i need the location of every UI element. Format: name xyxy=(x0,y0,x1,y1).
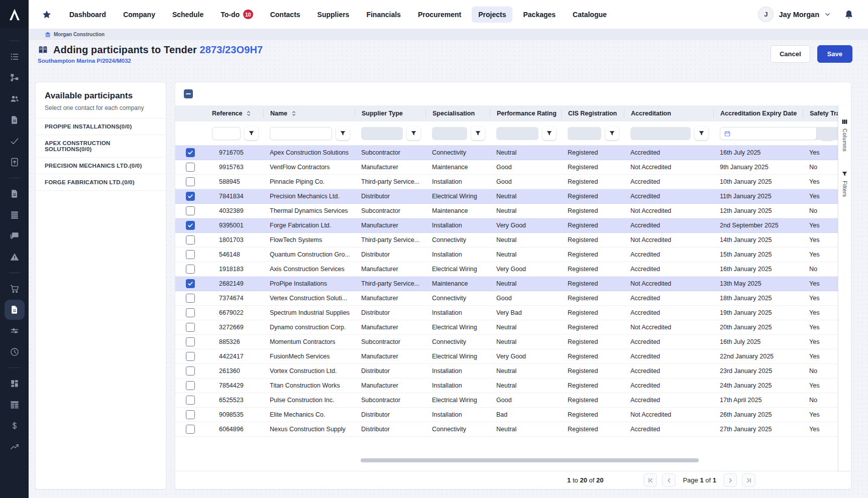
row-checkbox[interactable] xyxy=(186,279,195,288)
table-row[interactable]: 7841834Precision Mechanics Ltd.Distribut… xyxy=(175,189,839,204)
filter-date-input[interactable] xyxy=(720,127,817,140)
filter-funnel-button[interactable] xyxy=(605,127,619,140)
table-row[interactable]: 9716705Apex Construction SolutionsSubcon… xyxy=(175,146,839,160)
row-checkbox[interactable] xyxy=(186,425,195,434)
row-checkbox[interactable] xyxy=(186,221,195,230)
project-link[interactable]: Southampton Marina P/2024/M032 xyxy=(38,58,861,64)
table-row[interactable]: 9915763VentFlow ContractorsManufacturerM… xyxy=(175,160,839,175)
row-checkbox[interactable] xyxy=(186,177,195,186)
table-row[interactable]: 3272669Dynamo construction Corp.Manufact… xyxy=(175,320,839,335)
table-row[interactable]: 546148Quantum Construction Gro...Distrib… xyxy=(175,247,839,262)
row-checkbox[interactable] xyxy=(186,148,195,157)
filter-input-name[interactable] xyxy=(270,127,332,140)
table-row[interactable]: 6679022Spectrum Industrial SuppliesDistr… xyxy=(175,306,839,320)
row-checkbox[interactable] xyxy=(186,250,195,259)
row-checkbox[interactable] xyxy=(186,410,195,419)
row-checkbox[interactable] xyxy=(186,206,195,215)
row-checkbox[interactable] xyxy=(186,308,195,317)
nav-item-dashboard[interactable]: Dashboard xyxy=(63,7,113,23)
row-checkbox[interactable] xyxy=(186,396,195,405)
nav-item-company[interactable]: Company xyxy=(117,7,162,23)
sidebar-chat-icon[interactable] xyxy=(5,226,25,246)
sidebar-sliders-icon[interactable] xyxy=(5,321,25,341)
row-checkbox[interactable] xyxy=(186,235,195,244)
sort-icon[interactable] xyxy=(291,110,297,117)
column-header-performance-rating[interactable]: Performance Rating xyxy=(490,109,561,118)
participant-company-item[interactable]: PRECISION MECHANICS LTD.(0/0) xyxy=(36,157,166,174)
row-checkbox[interactable] xyxy=(186,337,195,346)
filter-funnel-button[interactable] xyxy=(542,127,556,140)
table-row[interactable]: 1918183Axis Construction ServicesManufac… xyxy=(175,262,839,277)
filter-funnel-button[interactable] xyxy=(695,127,708,140)
nav-item-financials[interactable]: Financials xyxy=(360,7,407,23)
last-page-button[interactable] xyxy=(742,473,755,487)
filter-input-reference[interactable] xyxy=(212,127,241,140)
column-header-accreditation[interactable]: Accreditation xyxy=(624,109,713,118)
participant-company-item[interactable]: APEX CONSTRUCTION SOLUTIONS(0/0) xyxy=(36,135,166,157)
filter-funnel-button[interactable] xyxy=(407,127,420,140)
cancel-button[interactable]: Cancel xyxy=(771,45,810,63)
sidebar-file-upload-icon[interactable] xyxy=(5,152,25,172)
sidebar-users-icon[interactable] xyxy=(5,89,25,109)
breadcrumb-company[interactable]: Morgan Construction xyxy=(54,32,104,37)
sidebar-data-table-icon[interactable] xyxy=(5,395,25,415)
sidebar-check-icon[interactable] xyxy=(5,131,25,151)
participant-company-item[interactable]: FORGE FABRICATION LTD.(0/0) xyxy=(36,174,166,191)
filters-tab[interactable]: Filters xyxy=(841,171,848,197)
table-row[interactable]: 885326Momentum ContractorsSubcontractorC… xyxy=(175,335,839,349)
user-menu[interactable]: J Jay Morgan xyxy=(758,7,831,22)
next-page-button[interactable] xyxy=(723,473,737,487)
nav-item-packages[interactable]: Packages xyxy=(516,7,562,23)
nav-item-contacts[interactable]: Contacts xyxy=(264,7,307,23)
table-row[interactable]: 1801703FlowTech SystemsThird-party Servi… xyxy=(175,233,839,247)
nav-item-suppliers[interactable]: Suppliers xyxy=(311,7,356,23)
row-checkbox[interactable] xyxy=(186,192,195,201)
nav-item-schedule[interactable]: Schedule xyxy=(166,7,210,23)
table-row[interactable]: 4032389Thermal Dynamics ServicesSubcontr… xyxy=(175,204,839,218)
nav-item-procurement[interactable]: Procurement xyxy=(411,7,468,23)
table-row[interactable]: 4422417FusionMech ServicesManufacturerEl… xyxy=(175,349,839,364)
column-header-name[interactable]: Name xyxy=(263,109,355,118)
sidebar-rows-icon[interactable] xyxy=(5,205,25,225)
first-page-button[interactable] xyxy=(643,473,657,487)
sidebar-warning-icon[interactable] xyxy=(5,247,25,267)
sidebar-list-icon[interactable] xyxy=(5,47,25,67)
sidebar-tender-document-icon[interactable] xyxy=(5,300,25,320)
sidebar-document-icon[interactable] xyxy=(5,110,25,130)
row-checkbox[interactable] xyxy=(186,366,195,376)
sidebar-cart-icon[interactable] xyxy=(5,279,25,299)
column-header-reference[interactable]: Reference xyxy=(205,109,263,118)
table-row[interactable]: 7374674Vertex Construction Soluti...Manu… xyxy=(175,291,839,306)
table-row[interactable]: 6525523Pulse Construction Inc.Subcontrac… xyxy=(175,393,839,408)
column-header-cis-registration[interactable]: CIS Registration xyxy=(561,109,624,118)
filter-funnel-button[interactable] xyxy=(336,127,350,140)
row-checkbox[interactable] xyxy=(186,381,195,390)
table-row[interactable]: 261360Vortex Construction Ltd.Distributo… xyxy=(175,364,839,379)
sidebar-clock-icon[interactable] xyxy=(5,342,25,362)
column-header-specialisation[interactable]: Specialisation xyxy=(425,109,490,118)
column-header-accreditation-expiry-date[interactable]: Accreditation Expiry Date xyxy=(713,109,803,118)
sidebar-dollar-icon[interactable] xyxy=(5,416,25,436)
row-checkbox[interactable] xyxy=(186,323,195,332)
notifications-bell-icon[interactable] xyxy=(844,10,854,20)
sort-icon[interactable] xyxy=(246,110,252,117)
table-row[interactable]: 9395001Forge Fabrication Ltd.Manufacture… xyxy=(175,218,839,233)
table-row[interactable]: 9098535Elite Mechanics Co.DistributorIns… xyxy=(175,408,839,422)
column-header-supplier-type[interactable]: Supplier Type xyxy=(355,109,425,118)
nav-item-catalogue[interactable]: Catalogue xyxy=(566,7,613,23)
favorite-star-icon[interactable] xyxy=(42,10,52,20)
select-all-checkbox[interactable] xyxy=(184,89,193,98)
row-checkbox[interactable] xyxy=(186,352,195,361)
sidebar-trend-icon[interactable] xyxy=(5,437,25,457)
nav-item-projects[interactable]: Projects xyxy=(472,7,512,23)
table-row[interactable]: 2682149ProPipe InstallationsThird-party … xyxy=(175,277,839,291)
nav-item-to-do[interactable]: To-do10 xyxy=(214,6,260,23)
horizontal-scrollbar-thumb[interactable] xyxy=(361,458,699,462)
row-checkbox[interactable] xyxy=(186,163,195,172)
filter-funnel-button[interactable] xyxy=(245,127,258,140)
sidebar-dashboard-grid-icon[interactable] xyxy=(5,374,25,394)
sidebar-file-icon[interactable] xyxy=(5,184,25,204)
row-checkbox[interactable] xyxy=(186,265,195,274)
prev-page-button[interactable] xyxy=(662,473,676,487)
column-header-safety-training[interactable]: Safety Training xyxy=(803,109,839,118)
